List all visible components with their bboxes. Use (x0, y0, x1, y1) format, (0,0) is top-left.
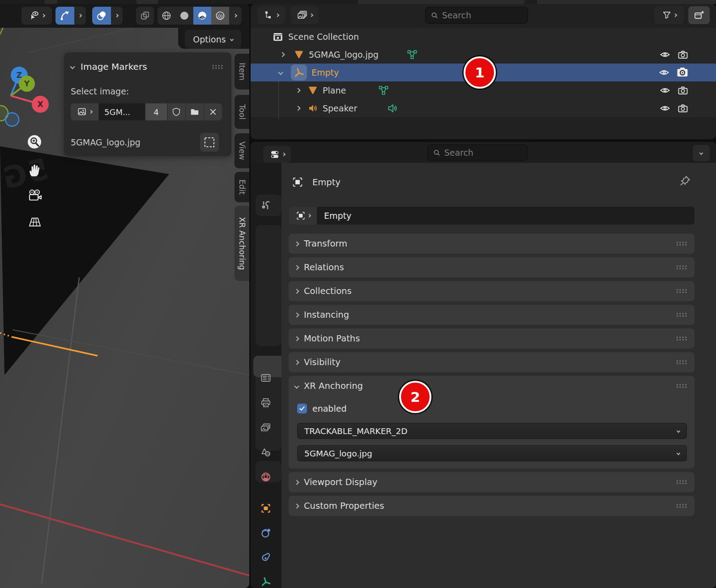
properties-tab-strip (251, 163, 281, 588)
tab-physics[interactable] (260, 528, 271, 538)
row-speaker[interactable]: Speaker (251, 99, 716, 117)
panel-transform[interactable]: Transform (289, 234, 695, 254)
sidebar-tab-xr-anchoring[interactable]: XR Anchoring (234, 206, 249, 281)
options-button[interactable]: Options (185, 30, 241, 49)
unlink-image-button[interactable] (204, 103, 222, 120)
shading-wireframe-button[interactable] (158, 7, 175, 25)
image-browse-button[interactable] (71, 103, 98, 120)
panel-instancing[interactable]: Instancing (289, 305, 695, 325)
drag-grip-icon[interactable] (676, 289, 687, 294)
shading-material-button[interactable] (193, 7, 211, 25)
hide-viewport-eye-icon[interactable] (659, 67, 669, 78)
zoom-tool-button[interactable] (27, 134, 43, 150)
empty-object-icon (294, 67, 304, 78)
tab-constraints[interactable] (260, 552, 271, 562)
tab-label: XR Anchoring (238, 217, 247, 270)
object-type-visibility-button[interactable] (21, 7, 52, 25)
tab-tool[interactable] (260, 200, 271, 211)
tab-object-data[interactable] (260, 576, 271, 587)
navigation-gizmo[interactable]: Z Y X (0, 62, 58, 134)
new-collection-button[interactable] (688, 6, 710, 24)
tab-view-layer[interactable] (260, 422, 271, 433)
disable-render-camera-icon[interactable] (678, 103, 688, 114)
panel-custom-properties[interactable]: Custom Properties (289, 496, 695, 516)
panel-viewport-display[interactable]: Viewport Display (289, 472, 695, 492)
drag-grip-icon[interactable] (212, 64, 223, 69)
header-options-button[interactable] (693, 145, 710, 161)
expand-chevron-icon[interactable] (295, 88, 300, 93)
disable-render-camera-icon[interactable] (678, 49, 688, 60)
sidebar-tab-edit[interactable]: Edit (234, 172, 249, 202)
panel-xr-anchoring[interactable]: XR Anchoring enabled TRACKABLE_MARKER_2D… (289, 376, 695, 469)
drag-grip-icon[interactable] (676, 312, 687, 317)
panel-motion-paths[interactable]: Motion Paths (289, 328, 695, 349)
hide-viewport-eye-icon[interactable] (660, 49, 670, 60)
xr-image-dropdown[interactable]: 5GMAG_logo.jpg (297, 445, 687, 461)
shading-solid-button[interactable] (175, 7, 193, 25)
disable-render-camera-icon[interactable] (677, 67, 688, 78)
xray-toggle[interactable] (136, 7, 154, 25)
pin-icon[interactable] (679, 175, 691, 188)
tab-scene[interactable] (260, 447, 271, 458)
image-name-field[interactable]: 5GM... (99, 103, 145, 120)
select-marker-button[interactable] (200, 133, 219, 152)
outliner-search[interactable] (425, 7, 528, 24)
chevron-down-icon (234, 14, 237, 17)
axis-negative-z[interactable] (5, 113, 19, 126)
disable-render-camera-icon[interactable] (678, 85, 688, 96)
expand-chevron-icon[interactable] (280, 52, 285, 57)
xr-type-dropdown[interactable]: TRACKABLE_MARKER_2D (297, 423, 687, 439)
display-mode-button[interactable] (291, 6, 319, 24)
drag-grip-icon[interactable] (676, 480, 687, 485)
show-gizmo-toggle[interactable] (55, 7, 74, 25)
editor-type-button[interactable] (263, 146, 291, 163)
camera-view-button[interactable] (27, 188, 43, 204)
collapse-chevron-icon[interactable] (278, 70, 283, 75)
drag-grip-icon[interactable] (676, 383, 687, 388)
id-type-button[interactable] (289, 207, 317, 225)
filter-button[interactable] (654, 6, 684, 24)
drag-grip-icon[interactable] (676, 265, 687, 270)
image-markers-header[interactable]: Image Markers (71, 61, 223, 72)
mesh-data-icon (378, 85, 389, 96)
image-users-count[interactable]: 4 (145, 103, 167, 120)
fake-user-button[interactable] (167, 103, 185, 120)
outliner-tree-icon (264, 10, 274, 20)
drag-grip-icon[interactable] (676, 503, 687, 508)
sidebar-tab-view[interactable]: View (234, 133, 249, 168)
tab-world[interactable] (260, 472, 271, 482)
editor-type-button[interactable] (257, 6, 285, 24)
sidebar-tab-item[interactable]: Item (234, 54, 249, 89)
gizmo-dropdown[interactable] (74, 7, 86, 25)
pan-hand-button[interactable] (27, 162, 43, 178)
sidebar-tab-tool[interactable]: Tool (234, 95, 249, 129)
hide-viewport-eye-icon[interactable] (660, 103, 670, 114)
drag-grip-icon[interactable] (676, 336, 687, 341)
enabled-checkbox[interactable] (297, 404, 307, 413)
panel-label: Transform (304, 239, 347, 249)
panel-collections[interactable]: Collections (289, 281, 695, 301)
object-name-input[interactable]: Empty (317, 207, 695, 225)
orthographic-grid-button[interactable] (27, 214, 43, 230)
tab-output[interactable] (260, 397, 271, 408)
panel-label: Collections (304, 286, 352, 296)
properties-search[interactable] (427, 145, 528, 161)
search-input[interactable] (444, 148, 522, 158)
search-input[interactable] (442, 10, 522, 20)
show-overlays-toggle[interactable] (92, 7, 111, 25)
drag-grip-icon[interactable] (676, 241, 687, 246)
tab-object-active[interactable] (260, 503, 271, 514)
viewport-3d[interactable]: 5G (0, 4, 249, 588)
row-scene-collection[interactable]: Scene Collection (251, 28, 716, 46)
tab-label: Tool (238, 104, 247, 119)
drag-grip-icon[interactable] (676, 360, 687, 365)
tab-render[interactable] (260, 372, 271, 383)
shading-rendered-button[interactable] (211, 7, 229, 25)
open-image-button[interactable] (186, 103, 204, 120)
hide-viewport-eye-icon[interactable] (660, 85, 670, 96)
panel-relations[interactable]: Relations (289, 257, 695, 277)
panel-visibility[interactable]: Visibility (289, 352, 695, 372)
expand-chevron-icon[interactable] (295, 106, 300, 111)
shading-dropdown[interactable] (229, 7, 242, 25)
overlays-dropdown[interactable] (111, 7, 123, 25)
